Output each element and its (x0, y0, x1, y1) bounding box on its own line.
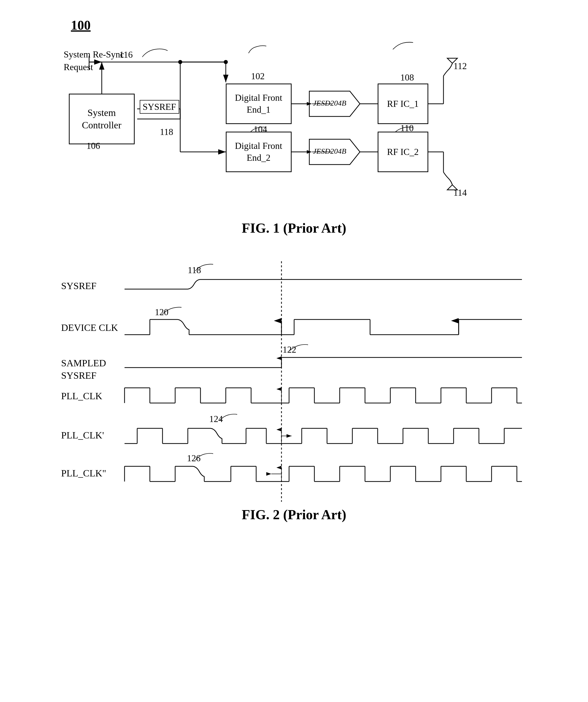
ref-110: 110 (400, 123, 414, 133)
ref-124-fig2: 124 (209, 414, 223, 424)
dfe1-box: Digital Front End_1 (226, 84, 291, 124)
ref-106: 106 (87, 140, 100, 151)
sampled-sysref-label: SAMPLED SYSREF (61, 357, 106, 382)
page: 100 (0, 0, 588, 702)
sysref-signal-label: SYSREF (61, 280, 96, 291)
ref-114: 114 (454, 187, 467, 198)
ref-112: 112 (454, 61, 467, 72)
rfic1-box: RF IC_1 (378, 84, 428, 124)
ref-118-fig1: 118 (160, 127, 173, 137)
pll-clkpp-label: PLL_CLK" (61, 468, 106, 479)
fig2-diagram: SYSREF DEVICE CLK SAMPLED SYSREF PLL_CLK… (54, 261, 535, 502)
svg-point-4 (224, 60, 228, 64)
rfic2-box: RF IC_2 (378, 132, 428, 172)
fig1-diagram: System Re-Sync Request 116 System Contro… (54, 25, 535, 215)
pll-clk-label: PLL_CLK (61, 390, 103, 401)
jesd1-label: JESD204B (313, 99, 347, 107)
ref-102: 102 (251, 71, 265, 82)
device-clk-label: DEVICE CLK (61, 322, 118, 333)
resync-label: System Re-Sync Request (64, 48, 124, 74)
fig2-title: FIG. 2 (Prior Art) (20, 507, 568, 522)
pll-clkp-label: PLL_CLK' (61, 430, 104, 441)
sysref-label: SYSREF (140, 100, 179, 114)
ref-104: 104 (254, 124, 267, 135)
dfe2-box: Digital Front End_2 (226, 132, 291, 172)
ref-116: 116 (119, 49, 133, 60)
ref-126-fig2: 126 (187, 453, 201, 464)
jesd2-label: JESD204B (313, 147, 347, 155)
fig1-title: FIG. 1 (Prior Art) (20, 220, 568, 236)
system-controller-box: System Controller (69, 94, 135, 144)
ref-120-fig2: 120 (155, 307, 168, 318)
ref-108: 108 (400, 72, 414, 83)
ref-118-fig2: 118 (188, 265, 201, 275)
svg-point-8 (178, 60, 182, 64)
ref-122-fig2: 122 (283, 344, 297, 355)
